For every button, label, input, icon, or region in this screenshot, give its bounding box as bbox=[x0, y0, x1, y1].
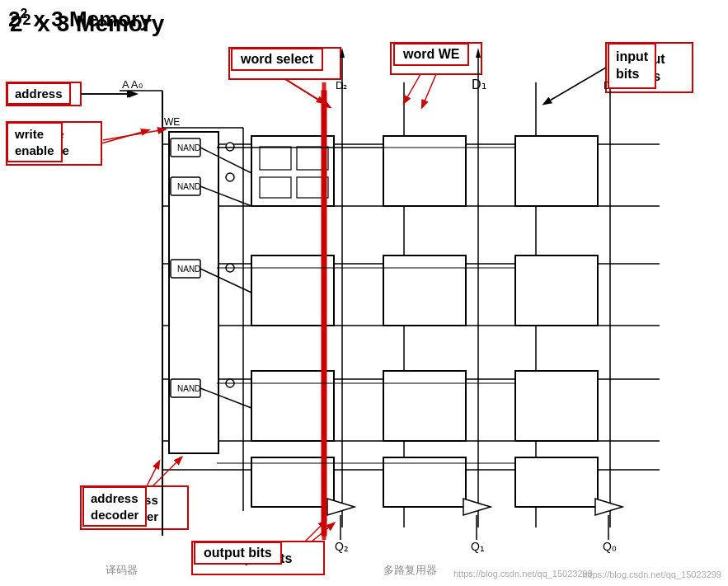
svg-rect-61 bbox=[383, 255, 466, 326]
svg-rect-68 bbox=[515, 457, 598, 507]
svg-line-13 bbox=[422, 74, 436, 107]
svg-line-107 bbox=[285, 79, 324, 103]
watermark: https://blog.csdn.net/qq_15023299 bbox=[582, 570, 721, 579]
svg-text:NAND: NAND bbox=[177, 143, 200, 152]
svg-text:译码器: 译码器 bbox=[106, 564, 138, 576]
svg-rect-59 bbox=[515, 136, 598, 206]
svg-text:Q₂: Q₂ bbox=[335, 540, 349, 553]
output-bits-label: output bits bbox=[194, 541, 282, 565]
svg-marker-73 bbox=[327, 499, 355, 515]
svg-text:WE: WE bbox=[164, 116, 180, 128]
svg-text:D₁: D₁ bbox=[472, 77, 486, 91]
write-enable-label: writeenable bbox=[7, 122, 63, 162]
svg-text:NAND: NAND bbox=[177, 384, 200, 393]
svg-text:多路复用器: 多路复用器 bbox=[383, 564, 437, 576]
svg-text:22 x 3 Memory: 22 x 3 Memory bbox=[10, 11, 165, 36]
address-decoder-label: addressdecoder bbox=[82, 486, 147, 527]
svg-rect-65 bbox=[515, 371, 598, 441]
word-we-label: word WE bbox=[393, 43, 469, 66]
svg-line-17 bbox=[544, 68, 606, 104]
svg-text:A A₀: A A₀ bbox=[122, 78, 143, 91]
svg-text:Q₀: Q₀ bbox=[603, 540, 617, 553]
svg-rect-67 bbox=[383, 457, 466, 507]
word-select-label: word select bbox=[231, 48, 323, 71]
svg-point-90 bbox=[226, 143, 234, 151]
svg-line-106 bbox=[103, 129, 165, 140]
svg-text:https://blog.csdn.net/qq_15023: https://blog.csdn.net/qq_15023299 bbox=[453, 569, 593, 579]
svg-rect-62 bbox=[515, 255, 598, 326]
input-bits-label: inputbits bbox=[608, 43, 656, 89]
svg-text:D₂: D₂ bbox=[336, 79, 347, 91]
svg-marker-75 bbox=[595, 499, 622, 515]
svg-point-91 bbox=[226, 173, 234, 181]
svg-text:NAND: NAND bbox=[177, 265, 200, 274]
svg-marker-74 bbox=[463, 499, 491, 515]
svg-rect-71 bbox=[260, 177, 291, 198]
address-label: address bbox=[7, 82, 71, 105]
svg-line-24 bbox=[147, 462, 159, 486]
svg-text:Q₁: Q₁ bbox=[471, 540, 485, 553]
svg-line-111 bbox=[153, 457, 181, 486]
svg-rect-58 bbox=[383, 136, 466, 206]
svg-text:NAND: NAND bbox=[177, 182, 200, 191]
svg-line-108 bbox=[404, 74, 420, 103]
svg-rect-69 bbox=[260, 147, 291, 170]
svg-rect-64 bbox=[383, 371, 466, 441]
